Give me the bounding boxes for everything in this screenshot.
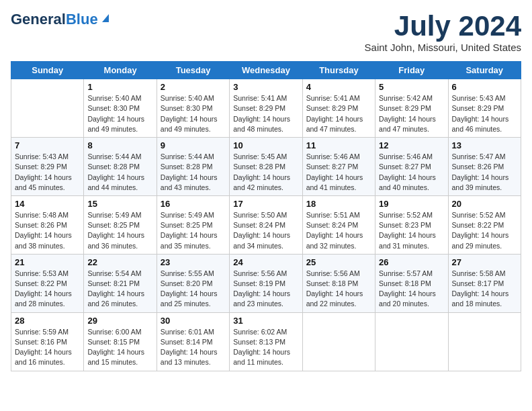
- day-number: 4: [306, 82, 371, 92]
- calendar-cell: 4Sunrise: 5:41 AMSunset: 8:29 PMDaylight…: [302, 79, 375, 138]
- calendar-cell: [302, 312, 375, 371]
- day-info: Sunrise: 5:46 AMSunset: 8:27 PMDaylight:…: [306, 152, 371, 193]
- day-info: Sunrise: 5:41 AMSunset: 8:29 PMDaylight:…: [306, 93, 371, 134]
- calendar-cell: 2Sunrise: 5:40 AMSunset: 8:30 PMDaylight…: [157, 79, 229, 138]
- calendar-cell: 26Sunrise: 5:57 AMSunset: 8:18 PMDayligh…: [375, 254, 448, 312]
- day-number: 11: [306, 140, 371, 150]
- day-number: 7: [15, 140, 80, 150]
- day-number: 25: [306, 257, 371, 267]
- location-subtitle: Saint John, Missouri, United States: [365, 42, 521, 53]
- calendar-cell: 11Sunrise: 5:46 AMSunset: 8:27 PMDayligh…: [302, 138, 375, 196]
- day-number: 1: [87, 82, 152, 92]
- calendar-cell: [448, 312, 521, 371]
- calendar-cell: 18Sunrise: 5:51 AMSunset: 8:24 PMDayligh…: [302, 195, 375, 254]
- calendar-cell: 23Sunrise: 5:55 AMSunset: 8:20 PMDayligh…: [157, 254, 229, 312]
- day-info: Sunrise: 5:56 AMSunset: 8:18 PMDaylight:…: [306, 269, 371, 310]
- calendar-cell: 22Sunrise: 5:54 AMSunset: 8:21 PMDayligh…: [84, 254, 157, 312]
- calendar-cell: 19Sunrise: 5:52 AMSunset: 8:23 PMDayligh…: [375, 195, 448, 254]
- day-info: Sunrise: 5:58 AMSunset: 8:17 PMDaylight:…: [452, 269, 517, 310]
- calendar-cell: 3Sunrise: 5:41 AMSunset: 8:29 PMDaylight…: [230, 79, 302, 138]
- calendar-cell: [11, 79, 84, 138]
- day-info: Sunrise: 5:40 AMSunset: 8:30 PMDaylight:…: [161, 93, 226, 134]
- calendar-cell: 15Sunrise: 5:49 AMSunset: 8:25 PMDayligh…: [84, 195, 157, 254]
- calendar-cell: 12Sunrise: 5:46 AMSunset: 8:27 PMDayligh…: [375, 138, 448, 196]
- weekday-header-sunday: Sunday: [11, 62, 84, 79]
- day-info: Sunrise: 5:55 AMSunset: 8:20 PMDaylight:…: [161, 269, 226, 310]
- weekday-header-row: SundayMondayTuesdayWednesdayThursdayFrid…: [11, 62, 521, 79]
- day-number: 31: [233, 316, 298, 326]
- calendar-cell: 6Sunrise: 5:43 AMSunset: 8:29 PMDaylight…: [448, 79, 521, 138]
- weekday-header-wednesday: Wednesday: [230, 62, 302, 79]
- day-info: Sunrise: 5:44 AMSunset: 8:28 PMDaylight:…: [87, 152, 152, 193]
- calendar-cell: 21Sunrise: 5:53 AMSunset: 8:22 PMDayligh…: [11, 254, 84, 312]
- calendar-cell: 8Sunrise: 5:44 AMSunset: 8:28 PMDaylight…: [84, 138, 157, 196]
- day-number: 15: [87, 199, 152, 209]
- day-number: 10: [233, 140, 298, 150]
- weekday-header-monday: Monday: [84, 62, 157, 79]
- day-info: Sunrise: 5:42 AMSunset: 8:29 PMDaylight:…: [379, 93, 444, 134]
- calendar-week-row: 1Sunrise: 5:40 AMSunset: 8:30 PMDaylight…: [11, 79, 521, 138]
- logo-general-text: General: [11, 11, 66, 28]
- day-info: Sunrise: 5:46 AMSunset: 8:27 PMDaylight:…: [379, 152, 444, 193]
- day-number: 19: [379, 199, 444, 209]
- day-number: 30: [161, 316, 226, 326]
- weekday-header-friday: Friday: [375, 62, 448, 79]
- day-number: 20: [452, 199, 517, 209]
- day-info: Sunrise: 5:52 AMSunset: 8:22 PMDaylight:…: [452, 210, 517, 251]
- day-info: Sunrise: 5:56 AMSunset: 8:19 PMDaylight:…: [233, 269, 298, 310]
- calendar-cell: 27Sunrise: 5:58 AMSunset: 8:17 PMDayligh…: [448, 254, 521, 312]
- day-info: Sunrise: 5:57 AMSunset: 8:18 PMDaylight:…: [379, 269, 444, 310]
- calendar-cell: 25Sunrise: 5:56 AMSunset: 8:18 PMDayligh…: [302, 254, 375, 312]
- calendar-cell: 17Sunrise: 5:50 AMSunset: 8:24 PMDayligh…: [230, 195, 302, 254]
- day-number: 17: [233, 199, 298, 209]
- calendar-header: SundayMondayTuesdayWednesdayThursdayFrid…: [11, 62, 521, 79]
- calendar-cell: 9Sunrise: 5:44 AMSunset: 8:28 PMDaylight…: [157, 138, 229, 196]
- calendar-cell: 13Sunrise: 5:47 AMSunset: 8:26 PMDayligh…: [448, 138, 521, 196]
- day-number: 21: [15, 257, 80, 267]
- calendar-cell: 29Sunrise: 6:00 AMSunset: 8:15 PMDayligh…: [84, 312, 157, 371]
- logo: GeneralBlue: [11, 11, 112, 28]
- day-info: Sunrise: 5:54 AMSunset: 8:21 PMDaylight:…: [87, 269, 152, 310]
- calendar-cell: 5Sunrise: 5:42 AMSunset: 8:29 PMDaylight…: [375, 79, 448, 138]
- day-info: Sunrise: 6:02 AMSunset: 8:13 PMDaylight:…: [233, 327, 298, 368]
- day-number: 2: [161, 82, 226, 92]
- calendar-cell: 28Sunrise: 5:59 AMSunset: 8:16 PMDayligh…: [11, 312, 84, 371]
- calendar-week-row: 14Sunrise: 5:48 AMSunset: 8:26 PMDayligh…: [11, 195, 521, 254]
- logo-arrow-icon: [99, 11, 112, 24]
- calendar-cell: 16Sunrise: 5:49 AMSunset: 8:25 PMDayligh…: [157, 195, 229, 254]
- calendar-week-row: 21Sunrise: 5:53 AMSunset: 8:22 PMDayligh…: [11, 254, 521, 312]
- day-info: Sunrise: 5:59 AMSunset: 8:16 PMDaylight:…: [15, 327, 80, 368]
- day-number: 9: [161, 140, 226, 150]
- day-info: Sunrise: 5:43 AMSunset: 8:29 PMDaylight:…: [452, 93, 517, 134]
- day-number: 27: [452, 257, 517, 267]
- calendar-cell: 31Sunrise: 6:02 AMSunset: 8:13 PMDayligh…: [230, 312, 302, 371]
- day-number: 22: [87, 257, 152, 267]
- day-number: 14: [15, 199, 80, 209]
- day-number: 12: [379, 140, 444, 150]
- day-number: 18: [306, 199, 371, 209]
- day-info: Sunrise: 5:44 AMSunset: 8:28 PMDaylight:…: [161, 152, 226, 193]
- calendar-cell: 30Sunrise: 6:01 AMSunset: 8:14 PMDayligh…: [157, 312, 229, 371]
- calendar-week-row: 7Sunrise: 5:43 AMSunset: 8:29 PMDaylight…: [11, 138, 521, 196]
- day-info: Sunrise: 5:48 AMSunset: 8:26 PMDaylight:…: [15, 210, 80, 251]
- day-info: Sunrise: 5:47 AMSunset: 8:26 PMDaylight:…: [452, 152, 517, 193]
- day-number: 6: [452, 82, 517, 92]
- page-header: GeneralBlue July 2024 Saint John, Missou…: [11, 11, 521, 53]
- weekday-header-thursday: Thursday: [302, 62, 375, 79]
- day-number: 29: [87, 316, 152, 326]
- day-number: 28: [15, 316, 80, 326]
- calendar-cell: [375, 312, 448, 371]
- weekday-header-saturday: Saturday: [448, 62, 521, 79]
- calendar-week-row: 28Sunrise: 5:59 AMSunset: 8:16 PMDayligh…: [11, 312, 521, 371]
- calendar-table: SundayMondayTuesdayWednesdayThursdayFrid…: [11, 61, 521, 371]
- day-number: 5: [379, 82, 444, 92]
- calendar-cell: 10Sunrise: 5:45 AMSunset: 8:28 PMDayligh…: [230, 138, 302, 196]
- calendar-cell: 14Sunrise: 5:48 AMSunset: 8:26 PMDayligh…: [11, 195, 84, 254]
- month-year-title: July 2024: [365, 11, 521, 42]
- day-info: Sunrise: 5:50 AMSunset: 8:24 PMDaylight:…: [233, 210, 298, 251]
- day-number: 24: [233, 257, 298, 267]
- day-number: 3: [233, 82, 298, 92]
- weekday-header-tuesday: Tuesday: [157, 62, 229, 79]
- day-info: Sunrise: 5:49 AMSunset: 8:25 PMDaylight:…: [87, 210, 152, 251]
- day-number: 26: [379, 257, 444, 267]
